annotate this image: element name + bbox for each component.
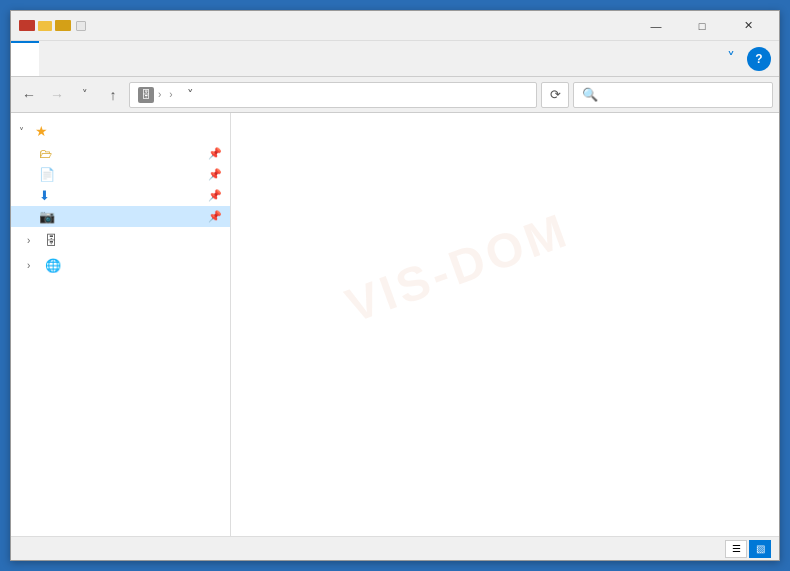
recent-locations-button[interactable]: ˅ — [73, 83, 97, 107]
status-bar: ☰ ▧ — [11, 536, 779, 560]
desktop-folder-icon: 🗁 — [39, 146, 52, 161]
help-button[interactable]: ? — [747, 47, 771, 71]
breadcrumb-dropdown-button[interactable]: ˅ — [181, 84, 201, 106]
downloads-pin-icon: 📌 — [208, 189, 222, 202]
tb-icon-3 — [55, 20, 71, 31]
this-pc-arrow: › — [27, 235, 39, 246]
tb-icon-4 — [76, 21, 86, 31]
pictures-pin-icon: 📌 — [208, 210, 222, 223]
window-controls: ― □ ✕ — [633, 11, 771, 41]
tb-icon-2 — [38, 21, 52, 31]
downloads-folder-icon: ⬇ — [39, 188, 50, 203]
breadcrumb-this-pc: 🗄 — [138, 87, 154, 103]
title-bar-icons — [19, 20, 86, 31]
ribbon-right: ˅ ? — [719, 41, 779, 76]
expand-ribbon-button[interactable]: ˅ — [719, 47, 743, 71]
quick-access-icon: ★ — [35, 123, 48, 139]
tab-home[interactable] — [39, 41, 67, 76]
forward-button[interactable]: → — [45, 83, 69, 107]
maximize-button[interactable]: □ — [679, 11, 725, 41]
this-pc-icon: 🗄 — [138, 87, 154, 103]
breadcrumb-arrow-2: › — [169, 89, 172, 100]
sidebar-item-desktop[interactable]: 🗁 📌 — [11, 143, 230, 164]
title-bar: ― □ ✕ — [11, 11, 779, 41]
sidebar: ˅ ★ 🗁 📌 📄 📌 ⬇ 📌 — [11, 113, 231, 536]
ribbon-spacer — [123, 41, 719, 76]
file-area: VIS-DOM — [231, 113, 779, 536]
documents-pin-icon: 📌 — [208, 168, 222, 181]
details-view-button[interactable]: ☰ — [725, 540, 747, 558]
view-controls: ☰ ▧ — [725, 540, 771, 558]
back-button[interactable]: ← — [17, 83, 41, 107]
network-arrow: › — [27, 260, 39, 271]
up-button[interactable]: ↑ — [101, 83, 125, 107]
quick-access-header[interactable]: ˅ ★ — [11, 119, 230, 143]
sidebar-item-pictures[interactable]: 📷 📌 — [11, 206, 230, 227]
breadcrumb-bar: 🗄 › › ˅ — [129, 82, 537, 108]
large-icons-view-button[interactable]: ▧ — [749, 540, 771, 558]
search-icon: 🔍 — [582, 87, 598, 102]
watermark: VIS-DOM — [338, 202, 576, 333]
tab-file[interactable] — [11, 41, 39, 76]
address-bar: ← → ˅ ↑ 🗄 › › ˅ ⟳ 🔍 — [11, 77, 779, 113]
refresh-button[interactable]: ⟳ — [541, 82, 569, 108]
explorer-window: ― □ ✕ ˅ ? ← → ˅ ↑ 🗄 › › — [10, 10, 780, 561]
main-content: ˅ ★ 🗁 📌 📄 📌 ⬇ 📌 — [11, 113, 779, 536]
search-input[interactable] — [604, 88, 764, 102]
network-icon: 🌐 — [45, 258, 61, 273]
sidebar-item-documents[interactable]: 📄 📌 — [11, 164, 230, 185]
search-box: 🔍 — [573, 82, 773, 108]
minimize-button[interactable]: ― — [633, 11, 679, 41]
network-section: › 🌐 — [11, 254, 230, 277]
tab-share[interactable] — [67, 41, 95, 76]
this-pc-header[interactable]: › 🗄 — [11, 229, 230, 252]
tb-icon-1 — [19, 20, 35, 31]
desktop-pin-icon: 📌 — [208, 147, 222, 160]
ribbon: ˅ ? — [11, 41, 779, 77]
this-pc-icon: 🗄 — [45, 233, 58, 248]
quick-access-section: ˅ ★ 🗁 📌 📄 📌 ⬇ 📌 — [11, 119, 230, 227]
pictures-folder-icon: 📷 — [39, 209, 55, 224]
close-button[interactable]: ✕ — [725, 11, 771, 41]
documents-folder-icon: 📄 — [39, 167, 55, 182]
network-header[interactable]: › 🌐 — [11, 254, 230, 277]
sidebar-item-downloads[interactable]: ⬇ 📌 — [11, 185, 230, 206]
this-pc-section: › 🗄 — [11, 229, 230, 252]
file-grid — [239, 121, 771, 129]
quick-access-arrow: ˅ — [19, 126, 31, 137]
breadcrumb-arrow-1: › — [158, 89, 161, 100]
tab-view[interactable] — [95, 41, 123, 76]
